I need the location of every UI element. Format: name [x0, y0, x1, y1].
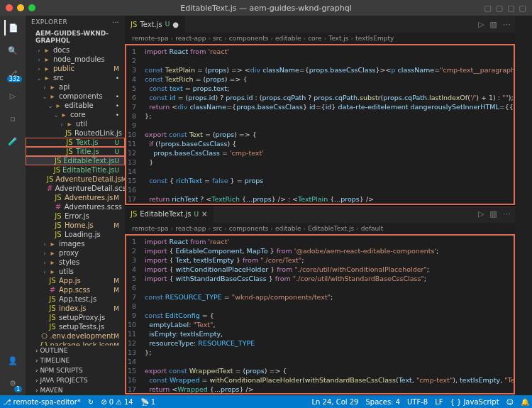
tree-item-text-js[interactable]: JSText.jsU [26, 138, 125, 147]
tree-item-editable[interactable]: ⌄▸editable• [26, 101, 125, 110]
notifications-icon[interactable]: 🔔 [521, 398, 529, 406]
scm-badge: 332 [7, 76, 22, 82]
cursor-position[interactable]: Ln 24, Col 29 [311, 398, 358, 406]
section-npm-scripts[interactable]: › NPM SCRIPTS [26, 365, 125, 375]
encoding[interactable]: UTF-8 [407, 398, 428, 406]
section-timeline[interactable]: › TIMELINE [26, 355, 125, 365]
editor-pane-2: JS EditableText.js U × ▷ ▥ ⋯ remote-spa›… [125, 206, 515, 396]
source-control-icon[interactable]: ⎇332 [5, 65, 21, 81]
section-java-projects[interactable]: › JAVA PROJECTS [26, 375, 125, 385]
tree-item-editabletitle-js[interactable]: JSEditableTitle.jsU [26, 165, 125, 175]
js-file-icon: JS [131, 21, 137, 28]
split-editor-icon[interactable]: ▥ [490, 20, 497, 29]
tree-item-src[interactable]: ⌄▸src• [26, 73, 125, 82]
tree-item-utils[interactable]: ›▸utils [26, 267, 125, 276]
settings-icon[interactable]: ⚙1 [5, 375, 21, 391]
sync-icon[interactable]: ↻ [88, 398, 94, 406]
sidebar: EXPLORER ⋯ AEM-GUIDES-WKND-GRAPHQL ›▸doc… [26, 16, 125, 395]
tree-item-editabletext-js[interactable]: JSEditableText.jsU [26, 156, 125, 165]
tab-dirty-icon[interactable]: ● [172, 21, 179, 28]
tab-editabletext-js[interactable]: JS EditableText.js U × [125, 206, 214, 223]
tree-item-proxy[interactable]: ›▸proxy [26, 248, 125, 258]
tree-item-package-lock-json[interactable]: {}package-lock.jsonM [26, 341, 125, 346]
run-icon[interactable]: ▷ [478, 20, 484, 29]
activity-bar: 📄 🔍 ⎇332 ▷ ▫ 🧪 👤 ⚙1 [0, 16, 26, 395]
section-maven[interactable]: › MAVEN [26, 385, 125, 395]
tree-item-app-test-js[interactable]: JSApp.test.js [26, 294, 125, 304]
tree-item--env-development[interactable]: ⎔.env.developmentM [26, 331, 125, 341]
editor-pane-1: JS Text.js U ● ▷ ▥ ⋯ remote-spa›react-ap… [125, 16, 515, 206]
breadcrumb-2[interactable]: remote-spa›react-app›src›components›edit… [125, 223, 515, 234]
sidebar-sections: › OUTLINE› TIMELINE› NPM SCRIPTS› JAVA P… [26, 346, 125, 395]
tree-item-title-js[interactable]: JSTitle.jsU [26, 147, 125, 156]
tree-item-loading-js[interactable]: JSLoading.js [26, 230, 125, 239]
tree-item-app-js[interactable]: JSApp.jsM [26, 276, 125, 285]
tree-item-node_modules[interactable]: ›▸node_modules [26, 55, 125, 64]
titlebar: EditableText.js — aem-guides-wknd-graphq… [0, 0, 532, 16]
tree-item-setupproxy-js[interactable]: JSsetupProxy.js [26, 313, 125, 322]
code-source-2[interactable]: import React from 'react' import { Edita… [140, 234, 515, 395]
more-actions-icon[interactable]: ⋯ [503, 209, 511, 219]
git-branch[interactable]: ⎇ remote-spa-editor* [3, 398, 81, 406]
tree-item-public[interactable]: ›▸publicM [26, 64, 125, 73]
minimap[interactable] [515, 16, 532, 395]
js-file-icon: JS [131, 210, 137, 218]
line-gutter-2: 123456789101112131415161718192021222324 [125, 234, 140, 395]
status-bar: ⎇ remote-spa-editor* ↻ ⊘ 0 ⚠ 14 📡 1 Ln 2… [0, 395, 532, 408]
more-actions-icon[interactable]: ⋯ [503, 20, 511, 29]
code-source-1[interactable]: import React from 'react' const TextPlai… [140, 44, 515, 205]
settings-badge: 1 [14, 386, 22, 392]
sidebar-root[interactable]: AEM-GUIDES-WKND-GRAPHQL [26, 28, 125, 45]
test-icon[interactable]: 🧪 [5, 133, 21, 149]
tree-item-adventures-js[interactable]: JSAdventures.jsM [26, 193, 125, 202]
breadcrumb-1[interactable]: remote-spa›react-app›src›components›edit… [125, 33, 515, 44]
tab-bar-2: JS EditableText.js U × ▷ ▥ ⋯ [125, 206, 515, 223]
tab-bar-1: JS Text.js U ● ▷ ▥ ⋯ [125, 16, 515, 33]
tree-item-adventuredetail-scss[interactable]: #AdventureDetail.scss [26, 184, 125, 193]
tree-item-adventures-scss[interactable]: #Adventures.scss [26, 202, 125, 211]
problems[interactable]: ⊘ 0 ⚠ 14 [101, 398, 133, 406]
feedback-icon[interactable]: ☺ [506, 398, 514, 406]
explorer-icon[interactable]: 📄 [4, 20, 20, 35]
tree-item-components[interactable]: ⌄▸components• [26, 92, 125, 101]
accounts-icon[interactable]: 👤 [5, 353, 21, 368]
line-gutter-1: 12345678910111213141516171819202122 [125, 44, 140, 205]
search-icon[interactable]: 🔍 [5, 43, 21, 58]
tree-item-util[interactable]: ›▸util [26, 119, 125, 128]
tree-item-api[interactable]: ›▸api [26, 82, 125, 92]
file-tree: ›▸docs›▸node_modules›▸publicM⌄▸src•›▸api… [26, 45, 125, 346]
tree-item-index-js[interactable]: JSindex.jsM [26, 304, 125, 313]
sidebar-header: EXPLORER ⋯ [26, 16, 125, 28]
tree-item-home-js[interactable]: JSHome.jsM [26, 221, 125, 230]
run-debug-icon[interactable]: ▷ [5, 88, 21, 104]
extensions-icon[interactable]: ▫ [5, 111, 21, 126]
indentation[interactable]: Spaces: 4 [365, 398, 400, 406]
tree-item-core[interactable]: ⌄▸core• [26, 110, 125, 119]
code-area-2[interactable]: 123456789101112131415161718192021222324 … [125, 234, 515, 395]
section-outline[interactable]: › OUTLINE [26, 346, 125, 355]
tree-item-adventuredetail-js[interactable]: JSAdventureDetail.jsM [26, 175, 125, 184]
eol[interactable]: LF [435, 398, 443, 406]
window-title: EditableText.js — aem-guides-wknd-graphq… [0, 4, 532, 13]
tree-item-app-scss[interactable]: #App.scssM [26, 285, 125, 294]
tab-text-js[interactable]: JS Text.js U ● [125, 16, 185, 33]
sidebar-more-icon[interactable]: ⋯ [113, 18, 120, 26]
tree-item-styles[interactable]: ›▸styles [26, 258, 125, 267]
editor-area: JS Text.js U ● ▷ ▥ ⋯ remote-spa›react-ap… [125, 16, 515, 395]
tree-item-images[interactable]: ›▸images [26, 239, 125, 248]
split-editor-icon[interactable]: ▥ [490, 209, 497, 219]
code-area-1[interactable]: 12345678910111213141516171819202122 impo… [125, 44, 515, 205]
tree-item-routedlink-js[interactable]: JSRoutedLink.js [26, 128, 125, 138]
language-mode[interactable]: { } JavaScript [450, 398, 499, 406]
tree-item-error-js[interactable]: JSError.js [26, 211, 125, 221]
ports[interactable]: 📡 1 [140, 398, 155, 406]
tree-item-docs[interactable]: ›▸docs [26, 45, 125, 55]
close-tab-icon[interactable]: × [201, 210, 207, 218]
tree-item-setuptests-js[interactable]: JSsetupTests.js [26, 322, 125, 331]
run-icon[interactable]: ▷ [478, 209, 484, 219]
